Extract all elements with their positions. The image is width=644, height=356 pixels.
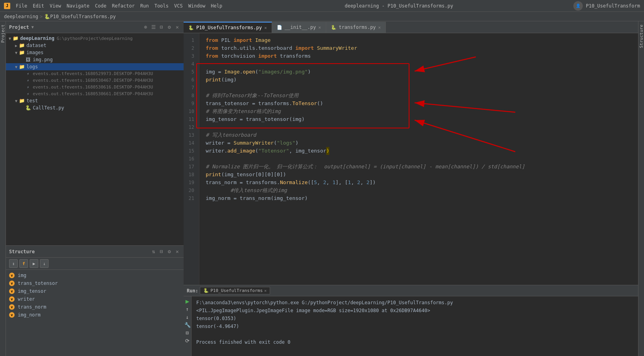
op-paren11b: ) — [302, 115, 305, 123]
run-label: Run: — [187, 288, 198, 294]
struct-item-img-norm[interactable]: v img_norm — [9, 311, 180, 319]
line-num-7: 7 — [184, 84, 196, 92]
menu-code[interactable]: Code — [93, 2, 109, 9]
menu-edit[interactable]: Edit — [30, 2, 47, 9]
window-title: deeplearning - P10_UsefulTransforms.py — [225, 3, 573, 9]
sort-icon[interactable]: ☰ — [150, 24, 157, 30]
struct-item-img-tensor[interactable]: v img_tensor — [9, 287, 180, 295]
menu-vcs[interactable]: VCS — [172, 2, 185, 9]
tab-close-transforms[interactable]: ✕ — [378, 25, 381, 30]
app-icon: J — [4, 3, 10, 9]
tree-item-root[interactable]: ▼ 📁 deepLearning G:\pythonProject\deepLe… — [6, 35, 184, 42]
tree-item-events1[interactable]: ⚡ events.out.tfevents.1680529973.DESKTOP… — [6, 70, 184, 77]
py-tab-icon: 🐍 — [188, 25, 194, 30]
op-eq21: = — [231, 194, 240, 202]
struct-item-trans-totensor[interactable]: v trans_totensor — [9, 279, 180, 287]
menu-refactor[interactable]: Refactor — [109, 2, 137, 9]
py-icon: 🐍 — [25, 105, 31, 111]
close-panel-icon[interactable]: ✕ — [174, 24, 180, 30]
tree-item-events2[interactable]: ⚡ events.out.tfevents.1680530467.DESKTOP… — [6, 77, 184, 84]
tree-item-events3[interactable]: ⚡ events.out.tfevents.1680530616.DESKTOP… — [6, 84, 184, 90]
run-tab-close[interactable]: ✕ — [264, 288, 267, 293]
tab-label: transforms.py — [339, 24, 376, 30]
comment-17: # Normalize 图片归一化。 归一化计算公式： output[chann… — [206, 163, 525, 171]
settings-icon[interactable]: ⚙ — [166, 24, 173, 30]
tree-item-dataset[interactable]: ▶ 📁 dataset — [6, 42, 184, 49]
kw-import: import — [233, 36, 255, 44]
collapse-all-btn[interactable]: ↓ — [40, 259, 49, 268]
expand-btn[interactable]: ▶ — [30, 259, 38, 268]
op-p21a: ( — [270, 194, 274, 202]
struct-item-img[interactable]: v img — [9, 271, 180, 279]
tree-item-test[interactable]: ▼ 📁 test — [6, 97, 184, 104]
run-scroll-up-btn[interactable]: ↑ — [184, 306, 191, 312]
code-line-16 — [206, 155, 638, 163]
user-avatar[interactable]: 👤 — [573, 1, 583, 11]
tree-label: events.out.tfevents.1680529973.DESKTOP-P… — [33, 71, 153, 76]
line-num-10: 10 — [184, 107, 196, 115]
breadcrumb-filename: P10_UsefulTransforms.py — [50, 14, 116, 19]
settings-icon[interactable]: ⚙ — [166, 249, 173, 255]
code-line-12 — [206, 123, 638, 131]
code-line-4 — [206, 60, 638, 68]
breadcrumb-project[interactable]: deeplearning — [4, 14, 38, 19]
tree-item-logs[interactable]: ▼ 📁 logs — [6, 63, 184, 70]
run-rerun-btn[interactable]: ⟳ — [184, 337, 191, 344]
run-stop-btn[interactable]: ⊟ — [184, 330, 191, 336]
folder-icon: 📁 — [19, 98, 25, 104]
var-img11: img — [292, 115, 301, 123]
kw-from2: from — [206, 44, 221, 52]
scope-icon[interactable]: ⊕ — [143, 24, 149, 30]
png-icon: 🖼 — [25, 57, 31, 62]
struct-item-trans-norm[interactable]: v trans_norm — [9, 303, 180, 311]
menu-run[interactable]: Run — [138, 2, 151, 9]
tree-item-calltest[interactable]: 🐍 CallTest.py — [6, 104, 184, 111]
menu-help[interactable]: Help — [208, 2, 225, 9]
tab-close-p10[interactable]: ✕ — [264, 25, 267, 30]
str-path: "images/img.png" — [258, 68, 308, 76]
struct-item-writer[interactable]: v writer — [9, 295, 180, 303]
menu-navigate[interactable]: Navigate — [64, 2, 92, 9]
line-num-2: 2 — [184, 44, 196, 52]
code-editor[interactable]: 1 2 3 4 5 6 7 8 9 10 11 12 13 14 15 16 1 — [184, 33, 638, 285]
tree-label: dataset — [26, 43, 47, 48]
run-play-btn[interactable]: ▶ — [184, 298, 191, 304]
menu-tools[interactable]: Tools — [152, 2, 171, 9]
main-layout: Project Project ▼ ⊕ ☰ ⊟ ⚙ ✕ ▼ — [0, 21, 644, 356]
run-content: F:\anaconda3\envs\pytorch\python.exe G:/… — [192, 296, 638, 356]
filter-btn[interactable]: f — [19, 259, 28, 268]
mod-torch: torch.utils.tensorboard — [221, 44, 295, 52]
tab-close-init[interactable]: ✕ — [318, 25, 321, 30]
comment-13: # 写入tensorboard — [206, 131, 256, 139]
menu-window[interactable]: Window — [186, 2, 208, 9]
op-c3: ], [ — [336, 179, 348, 186]
num-1: 1 — [332, 179, 336, 186]
tree-item-images[interactable]: ▼ 📁 images — [6, 49, 184, 56]
tree-item-img-png[interactable]: 🖼 img.png — [6, 56, 184, 63]
project-tab-vertical[interactable]: Project — [0, 21, 6, 46]
sort-btn[interactable]: ↕ — [9, 259, 18, 268]
group-icon[interactable]: ⊟ — [158, 249, 165, 255]
close-struct-icon[interactable]: ✕ — [174, 249, 180, 255]
menu-file[interactable]: File — [13, 2, 30, 9]
project-dropdown-icon[interactable]: ▼ — [32, 25, 34, 29]
var-icon: v — [9, 281, 15, 286]
run-tab-p10[interactable]: 🐍 P10_UsefulTransforms ✕ — [200, 287, 270, 294]
tab-init[interactable]: 📄 __init__.py ✕ — [272, 22, 326, 33]
run-output-line-5 — [196, 330, 633, 338]
sort-asc-icon[interactable]: ⇅ — [150, 249, 157, 255]
tree-item-events4[interactable]: ⚡ events.out.tfevents.1680530661.DESKTOP… — [6, 90, 184, 97]
structure-tab-vertical[interactable]: Structure — [638, 21, 644, 51]
menu-view[interactable]: View — [47, 2, 64, 9]
fn-normalize: Normalize — [280, 179, 308, 186]
run-tab-bar: Run: 🐍 P10_UsefulTransforms ✕ — [184, 285, 638, 296]
run-wrench-btn[interactable]: 🔧 — [184, 322, 191, 328]
tab-p10[interactable]: 🐍 P10_UsefulTransforms.py ✕ — [184, 22, 272, 33]
var-trans-totensor: trans_totensor — [206, 100, 249, 107]
collapse-icon[interactable]: ⊟ — [158, 24, 165, 30]
num-2b: 2 — [357, 179, 360, 186]
run-scroll-down-btn[interactable]: ↓ — [184, 314, 191, 320]
tree-label: logs — [26, 64, 38, 70]
tab-transforms[interactable]: 🐍 transforms.py ✕ — [326, 22, 386, 33]
op-eq9: = — [249, 100, 258, 107]
